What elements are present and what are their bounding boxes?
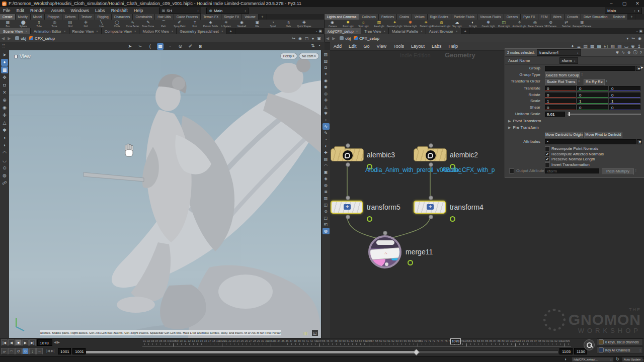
shelf-tab-drive-simulation[interactable]: Drive Simulation — [581, 14, 610, 20]
scene-tool-icon-2[interactable]: ( — [147, 43, 153, 50]
attributes-dropdown-icon[interactable]: ▾ — [637, 139, 641, 144]
maximize-button[interactable]: ▢ — [618, 1, 631, 6]
message-icon[interactable]: ◗ — [565, 357, 567, 361]
auto-update-dropdown[interactable]: Auto Update ↕ — [622, 357, 643, 362]
node-input-alembic3[interactable] — [346, 143, 350, 148]
current-frame-field[interactable]: 1078 — [37, 339, 52, 346]
shelf-tab-simple-fx[interactable]: Simple FX — [221, 14, 242, 20]
output-mode-dropdown[interactable]: Post-Multiply — [602, 168, 634, 175]
display-option-icon-24[interactable]: ⊙ — [323, 208, 330, 215]
viewport-tool-icon-1[interactable]: ✦ — [1, 59, 8, 66]
close-tab-icon[interactable]: × — [134, 30, 136, 33]
checkbox-recompute-affected-normals[interactable]: ✔ — [545, 152, 550, 157]
display-option-icon-1[interactable]: ▨ — [323, 58, 330, 64]
shelf-tool-metaball[interactable]: ◉Metaball — [234, 20, 250, 28]
path-tool-icon-1[interactable]: ◉ — [298, 36, 302, 41]
range-nav-icon-1[interactable]: ▶| — [51, 349, 54, 353]
param-header-icon-3[interactable]: ⓘ — [633, 50, 637, 55]
shelf-tab-pyro-fx[interactable]: Pyro FX — [521, 14, 538, 20]
stop-button[interactable]: ■ — [15, 339, 22, 346]
close-tab-icon[interactable]: × — [64, 30, 66, 33]
display-option-icon-5[interactable]: ✺ — [323, 84, 330, 90]
close-tab-icon[interactable]: × — [421, 30, 423, 33]
anim-tool-icon-4[interactable]: ⋮ — [29, 348, 36, 354]
path-tool-icon-0[interactable]: ↪ — [292, 36, 295, 41]
pane-tab-asset-browser[interactable]: Asset Browser× — [426, 28, 461, 34]
shelf-tool-spray-paint[interactable]: ✐Spray Paint — [172, 20, 187, 28]
shelf-tool-camera[interactable]: ◉Camera — [325, 20, 340, 28]
main-view-selector[interactable]: ⊕ Main ↕ — [206, 8, 249, 14]
shelf-tab-volume[interactable]: Volume — [242, 14, 259, 20]
shelf-tool-environment-light[interactable]: ◍Environment Light — [434, 20, 449, 28]
rotate-order-spinner[interactable]: ↕ — [606, 79, 608, 82]
viewport-tool-icon-13[interactable]: ◠ — [1, 149, 8, 156]
pane-tab-material-palette[interactable]: Material Palette× — [389, 28, 426, 34]
path-tool-icon-4[interactable]: ▣ — [317, 36, 321, 41]
button-move-pivot-to-centroid[interactable]: Move Pivot to Centroid — [584, 132, 622, 138]
pane-tab-tree-view[interactable]: Tree View× — [361, 28, 389, 34]
param-header-icon-1[interactable]: ∿ — [621, 50, 625, 55]
pane-maximize-icon[interactable]: ▣ — [639, 29, 642, 33]
shelf-tool-platonic-solids[interactable]: ◈Platonic Solids — [203, 20, 218, 28]
shelf-tool-point-light[interactable]: ✹Point Light — [340, 20, 356, 28]
display-option-icon-19[interactable]: ◈ — [323, 175, 330, 182]
uniform-scale-handle[interactable] — [569, 112, 570, 116]
node-transform5[interactable]: ✛ — [331, 201, 363, 214]
display-option-icon-14[interactable]: ◖ — [323, 143, 330, 149]
keys-summary-dropdown[interactable]: 0 keys, 18/18 channels — [597, 338, 643, 345]
shelf-tool-area-light[interactable]: ▥Area Light — [371, 20, 387, 28]
jump-end-button[interactable]: ▶| — [29, 339, 36, 346]
display-option-icon-20[interactable]: ◍ — [323, 182, 330, 189]
viewport-tool-icon-6[interactable]: ⊕ — [1, 97, 8, 104]
close-tab-icon[interactable]: × — [96, 30, 98, 33]
breadcrumb-cfx-setup[interactable]: CFX_setup — [35, 36, 55, 41]
pane-split-icon[interactable]: ▫ — [316, 29, 317, 33]
shelf-tab-crowds[interactable]: Crowds — [565, 14, 581, 20]
asset-name-dropdown[interactable]: xform↕ — [559, 57, 579, 64]
viewport-tool-icon-11[interactable]: ◖ — [1, 134, 8, 141]
button-move-centroid-to-origin[interactable]: Move Centroid to Origin — [545, 132, 583, 138]
close-tab-icon[interactable]: × — [221, 30, 223, 33]
close-tab-icon[interactable]: × — [172, 30, 174, 33]
pane-maximize-icon[interactable]: ▣ — [318, 29, 322, 33]
pane-tab-render-view[interactable]: Render View× — [69, 28, 102, 34]
shelf-tab-grains[interactable]: Grains — [397, 14, 412, 20]
node-output-transform5[interactable] — [346, 215, 350, 219]
menu-windows[interactable]: Windows — [68, 8, 93, 13]
display-option-icon-10[interactable]: ▫ — [323, 117, 330, 123]
display-option-icon-15[interactable]: ✚ — [323, 149, 330, 156]
nav-forward-icon[interactable]: ▶ — [331, 36, 337, 41]
scene-tool-icon-4[interactable]: ▫ — [167, 43, 174, 50]
output-mode-spinner[interactable]: ↕ — [635, 168, 637, 172]
param-rotate-y[interactable]: 0 — [577, 93, 608, 98]
shelf-tab-constraints[interactable]: Constraints — [133, 14, 155, 20]
viewport-tool-icon-0[interactable]: ➤ — [1, 51, 8, 58]
shelf-add-tab[interactable]: + — [628, 14, 636, 20]
persp-pill[interactable]: Persp » — [280, 53, 297, 59]
shelf-tool-helix[interactable]: §Helix — [281, 20, 296, 28]
shelf-tool-caustic-light[interactable]: ❋Caustic Light — [480, 20, 496, 28]
viewport-tool-icon-9[interactable]: △ — [1, 119, 8, 126]
shelf-tab-wires[interactable]: Wires — [550, 14, 565, 20]
shelf-tool-ambient-light[interactable]: ✧Ambient Light — [512, 20, 527, 28]
group-field[interactable] — [545, 66, 635, 71]
add-pane-tab[interactable]: + — [461, 28, 470, 34]
shelf-tab-redshift[interactable]: Redshift — [610, 14, 628, 20]
anim-tool-icon-0[interactable]: ▱ — [1, 348, 8, 354]
shelf-tool-gi-light[interactable]: ◐GI Light — [465, 20, 480, 28]
checkbox-recompute-point-normals[interactable] — [545, 146, 550, 151]
shelf-tool-circle[interactable]: ◯Circle — [109, 20, 125, 28]
breadcrumb-obj[interactable]: obj — [345, 36, 351, 41]
menu-assets[interactable]: Assets — [48, 8, 68, 13]
shelf-tool-geometry-light[interactable]: ✦Geometry Light — [387, 20, 403, 28]
shelf-tab-deform[interactable]: Deform — [62, 14, 78, 20]
no-cam-pill[interactable]: No cam » — [299, 53, 319, 59]
shelf-tab-terrain-fx[interactable]: Terrain FX — [201, 14, 221, 20]
node-label-transform4[interactable]: transform4 — [450, 203, 484, 211]
node-input-merge11[interactable] — [383, 231, 387, 235]
display-option-icon-8[interactable]: ◬ — [323, 104, 330, 110]
param-header-icon-4[interactable]: ? — [640, 50, 642, 55]
anim-tool-icon-3[interactable]: ⊙ — [22, 348, 29, 354]
node-alembic3[interactable] — [331, 148, 364, 161]
current-frame-marker[interactable]: 1078 — [450, 338, 461, 344]
